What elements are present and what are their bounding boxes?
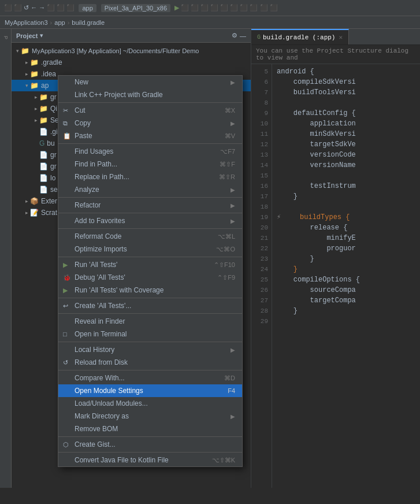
tree-label: Exter	[41, 197, 57, 205]
menu-item-link-cpp[interactable]: Link C++ Project with Gradle	[58, 88, 242, 101]
menu-item-remove-bom[interactable]: Remove BOM	[58, 423, 242, 435]
cut-icon: ✂	[63, 107, 68, 114]
menu-item-convert-kotlin[interactable]: Convert Java File to Kotlin File ⌥⇧⌘K	[58, 454, 242, 466]
code-line-27: targetCompa	[277, 295, 415, 306]
menu-item-optimize-imports[interactable]: Optimize Imports ⌥⌘O	[58, 243, 242, 255]
line-num: 6	[251, 77, 268, 87]
menu-item-debug-tests[interactable]: 🐞 Debug 'All Tests' ⌃⇧F9	[58, 271, 242, 284]
menu-item-create-tests[interactable]: ↩ Create 'All Tests'...	[58, 299, 242, 312]
run-icons: ▶ ⬛ ⬛ ⬛ ⬛ ⬛ ⬛ ⬛ ⬛ ⬛ ⬛	[174, 4, 278, 12]
menu-item-find-usages[interactable]: Find Usages ⌥F7	[58, 145, 242, 158]
tree-root[interactable]: ▾ 📁 MyApplication3 [My Application] ~/Do…	[12, 45, 251, 57]
copy-icon: ⧉	[63, 120, 68, 127]
reformat-shortcut: ⌥⌘L	[218, 233, 235, 240]
line-num: 17	[251, 191, 268, 202]
panel-settings-icon[interactable]: ⚙	[232, 32, 237, 39]
menu-label-link-cpp: Link C++ Project with Gradle	[75, 91, 235, 99]
se2-file-icon: 📄	[39, 186, 48, 194]
code-line-6: compileSdkVersi	[277, 77, 415, 87]
panel-title: Project	[16, 32, 38, 39]
separator-1	[58, 102, 242, 103]
menu-item-refactor[interactable]: Refactor ▶	[58, 199, 242, 212]
menu-item-mark-directory[interactable]: Mark Directory as ▶	[58, 410, 242, 423]
menu-item-reload-disk[interactable]: ↺ Reload from Disk	[58, 356, 242, 369]
idea-folder-icon: 📁	[30, 70, 39, 78]
create-icon: ↩	[63, 302, 68, 310]
menu-label-debug: Debug 'All Tests'	[75, 273, 206, 281]
breadcrumb-module[interactable]: app	[54, 19, 65, 26]
app-selector[interactable]: app	[79, 4, 96, 12]
tree-label: se	[50, 186, 58, 194]
code-line-29	[277, 316, 415, 327]
device-selector[interactable]: Pixel_3a_API_30_x86	[101, 4, 170, 12]
subfolder-se-icon: 📁	[39, 116, 48, 124]
code-line-7: buildToolsVersi	[277, 87, 415, 98]
code-line-28: }	[277, 306, 415, 316]
mark-arrow-icon: ▶	[231, 413, 235, 420]
code-line-10: application	[277, 118, 415, 129]
breadcrumb-project[interactable]: MyApplication3	[5, 19, 48, 26]
menu-item-run-tests[interactable]: ▶ Run 'All Tests' ⌃⇧F10	[58, 258, 242, 271]
panel-gear-icon[interactable]: —	[240, 32, 246, 39]
menu-label-module-settings: Open Module Settings	[75, 387, 216, 395]
menu-label-terminal: Open in Terminal	[75, 330, 235, 338]
menu-item-open-terminal[interactable]: □ Open in Terminal	[58, 328, 242, 340]
tab-close-icon[interactable]: ✕	[339, 34, 343, 41]
code-line-18	[277, 202, 415, 212]
code-lines[interactable]: android { compileSdkVersi buildToolsVers…	[272, 64, 420, 488]
line-num: 14	[251, 160, 268, 171]
menu-item-add-favorites[interactable]: Add to Favorites ▶	[58, 214, 242, 227]
menu-item-create-gist[interactable]: ⬡ Create Gist...	[58, 438, 242, 451]
menu-item-replace-in-path[interactable]: Replace in Path... ⌘⇧R	[58, 171, 242, 183]
menu-label-run-tests: Run 'All Tests'	[75, 261, 202, 269]
refactor-arrow-icon: ▶	[231, 202, 235, 209]
menu-item-cut[interactable]: ✂ Cut ⌘X	[58, 104, 242, 117]
menu-item-copy[interactable]: ⧉ Copy ▶	[58, 117, 242, 129]
tab-label: build.gradle (:app)	[263, 34, 335, 41]
tree-label: .idea	[41, 70, 56, 78]
tab-build-gradle[interactable]: G build.gradle (:app) ✕	[251, 29, 349, 45]
panel-dropdown[interactable]: ▾	[40, 32, 43, 39]
menu-item-new[interactable]: New ▶	[58, 76, 242, 88]
line-num: 21	[251, 233, 268, 243]
menu-item-reformat[interactable]: Reformat Code ⌥⌘L	[58, 230, 242, 243]
code-editor: G build.gradle (:app) ✕ You can use the …	[251, 29, 420, 488]
root-label: MyApplication3 [My Application] ~/Docume…	[32, 47, 199, 54]
menu-item-local-history[interactable]: Local History ▶	[58, 343, 242, 356]
run-icon: ▶	[63, 261, 68, 269]
code-line-26: sourceCompa	[277, 285, 415, 295]
convert-shortcut: ⌥⇧⌘K	[212, 457, 235, 464]
menu-item-find-in-path[interactable]: Find in Path... ⌘⇧F	[58, 158, 242, 171]
code-line-17: }	[277, 191, 415, 202]
menu-item-analyze[interactable]: Analyze ▶	[58, 183, 242, 196]
info-text: You can use the Project Structure dialog…	[256, 47, 408, 61]
project-sidebar: Project ▾ ⚙ — ▾ 📁 MyApplication3 [My App…	[12, 29, 251, 488]
separator-10	[58, 370, 242, 370]
module-settings-shortcut: F4	[228, 387, 235, 394]
menu-item-run-coverage[interactable]: ▶ Run 'All Tests' with Coverage	[58, 284, 242, 297]
line-num: 29	[251, 316, 268, 327]
breadcrumb-file[interactable]: build.gradle	[72, 19, 105, 26]
tree-label-app: ap	[41, 81, 49, 90]
menu-item-load-unload[interactable]: Load/Unload Modules...	[58, 397, 242, 410]
code-line-11: minSdkVersi	[277, 129, 415, 139]
menu-label-gist: Create Gist...	[75, 440, 235, 449]
sidebar-tab-project[interactable]: P	[3, 36, 9, 39]
code-line-15	[277, 171, 415, 181]
line-num: 16	[251, 181, 268, 191]
menu-item-open-module-settings[interactable]: Open Module Settings F4	[58, 384, 242, 397]
menu-item-compare[interactable]: Compare With... ⌘D	[58, 372, 242, 384]
code-line-20: release {	[277, 223, 415, 233]
menu-label-analyze: Analyze	[75, 186, 228, 194]
gradle-tab-icon: G	[257, 34, 261, 40]
line-num: 10	[251, 118, 268, 129]
menu-label-add-favorites: Add to Favorites	[75, 217, 228, 225]
menu-item-paste[interactable]: 📋 Paste ⌘V	[58, 129, 242, 142]
debug-icon: 🐞	[63, 274, 71, 281]
favorites-arrow-icon: ▶	[231, 218, 235, 224]
menu-item-reveal-finder[interactable]: Reveal in Finder	[58, 315, 242, 328]
analyze-arrow-icon: ▶	[231, 187, 235, 193]
toolbar-icons: ⬛ ⬛ ↺ ← → ⬛ ⬛ ⬛	[4, 4, 75, 12]
tab-bar: G build.gradle (:app) ✕	[251, 29, 420, 45]
tree-item-gradle-root[interactable]: ▸ 📁 .gradle	[12, 57, 251, 68]
